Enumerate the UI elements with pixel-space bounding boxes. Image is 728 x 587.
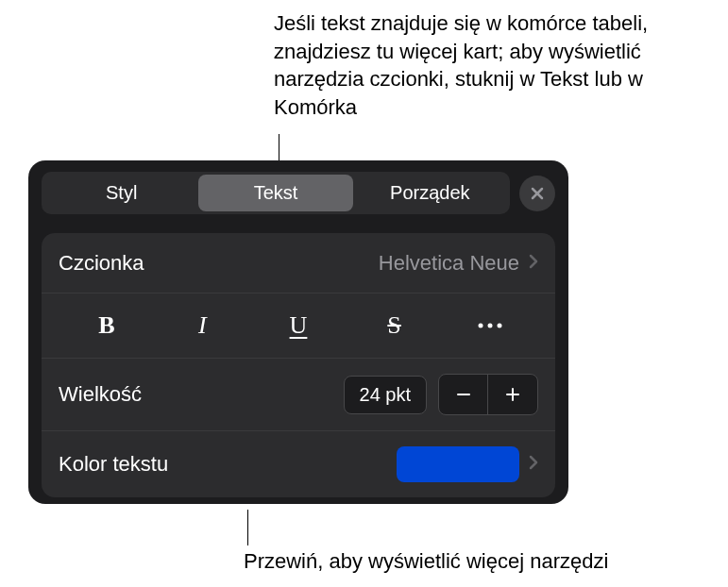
strikethrough-button[interactable]: S [347, 309, 443, 343]
svg-point-3 [488, 324, 493, 328]
tab-arrange[interactable]: Porządek [353, 175, 507, 211]
close-button[interactable] [519, 176, 555, 211]
size-label: Wielkość [59, 382, 142, 407]
more-options-button[interactable] [442, 309, 538, 343]
format-panel: Styl Tekst Porządek Czcionka Helvetica N… [28, 160, 568, 504]
bold-icon: B [98, 311, 114, 340]
plus-icon [503, 385, 522, 404]
tabs-row: Styl Tekst Porządek [28, 160, 568, 214]
size-increase-button[interactable] [488, 375, 537, 414]
size-stepper [438, 374, 538, 415]
panel-content: Czcionka Helvetica Neue B I U [42, 233, 555, 497]
text-color-swatch[interactable] [397, 446, 519, 482]
font-label: Czcionka [59, 251, 379, 276]
underline-icon: U [290, 311, 308, 340]
font-row[interactable]: Czcionka Helvetica Neue [42, 233, 555, 294]
underline-button[interactable]: U [250, 309, 347, 343]
size-field[interactable]: 24 pkt [344, 376, 427, 414]
text-color-label: Kolor tekstu [59, 452, 397, 477]
chevron-right-icon [529, 455, 538, 474]
size-decrease-button[interactable] [439, 375, 488, 414]
callout-line-bottom [247, 510, 248, 545]
svg-point-4 [498, 324, 502, 328]
strikethrough-icon: S [387, 311, 400, 340]
text-color-row[interactable]: Kolor tekstu [42, 431, 555, 497]
tab-style[interactable]: Styl [44, 175, 198, 211]
annotation-top: Jeśli tekst znajduje się w komórce tabel… [274, 9, 699, 122]
minus-icon [454, 385, 473, 404]
tabs-segmented-control[interactable]: Styl Tekst Porządek [42, 172, 510, 214]
close-icon [530, 186, 545, 201]
tab-text[interactable]: Tekst [198, 175, 352, 211]
svg-point-2 [479, 324, 483, 328]
size-row: Wielkość 24 pkt [42, 359, 555, 431]
bold-button[interactable]: B [59, 309, 155, 343]
italic-button[interactable]: I [155, 309, 251, 343]
chevron-right-icon [529, 254, 538, 273]
italic-icon: I [198, 311, 207, 340]
text-style-row: B I U S [42, 294, 555, 359]
more-icon [477, 322, 503, 329]
annotation-bottom: Przewiń, aby wyświetlić więcej narzędzi [244, 547, 716, 576]
font-value: Helvetica Neue [379, 251, 519, 276]
